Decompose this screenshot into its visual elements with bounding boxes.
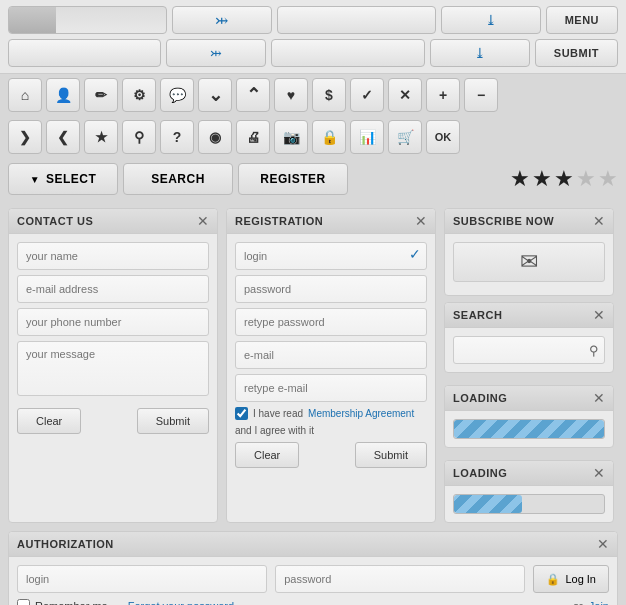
contact-panel-title: CONTACT US [17,215,93,227]
empty-bar [277,6,436,34]
home-icon-btn[interactable]: ⌂ [8,78,42,112]
reg-email-input[interactable] [235,341,427,369]
forgot-password-link[interactable]: Forgot your password [128,600,234,606]
select-button[interactable]: ▼ SELECT [8,163,118,195]
arrow-right-btn[interactable]: ❯ [8,120,42,154]
authorization-panel-header: AUTHORIZATION ✕ [9,532,617,557]
action-row: ▼ SELECT SEARCH REGISTER ★ ★ ★ ★ ★ [0,158,626,200]
main-content: CONTACT US ✕ Clear Submit REGISTRATION ✕… [0,200,626,531]
icon-row-1: ⌂ 👤 ✏ ⚙ 💬 ⌄ ⌃ ♥ $ ✓ ✕ + − [0,74,626,116]
loading-bar-2-inner [454,495,522,513]
gear-icon-btn[interactable]: ⚙ [122,78,156,112]
search-small-close-button[interactable]: ✕ [593,308,605,322]
subscribe-panel-body: ✉ [445,234,613,295]
search-button[interactable]: SEARCH [123,163,233,195]
search-small-input[interactable] [453,336,605,364]
reg-password-input[interactable] [235,275,427,303]
double-chevron-dropdown[interactable]: ⤓ [441,6,541,34]
register-button[interactable]: REGISTER [238,163,348,195]
double-chevron-icon: ⤓ [485,12,497,28]
contact-phone-input[interactable] [17,308,209,336]
chat-icon-btn[interactable]: 💬 [160,78,194,112]
auth-login-input[interactable] [17,565,267,593]
reg-terms-row: I have read Membership Agreement and I a… [235,407,427,436]
contact-clear-button[interactable]: Clear [17,408,81,434]
check-icon-btn[interactable]: ✓ [350,78,384,112]
registration-panel: REGISTRATION ✕ ✓ I have read Membership … [226,208,436,523]
contact-message-input[interactable] [17,341,209,396]
subscribe-close-button[interactable]: ✕ [593,214,605,228]
pencil-icon-btn[interactable]: ✏ [84,78,118,112]
heart-icon-btn[interactable]: ♥ [274,78,308,112]
cart-icon-btn[interactable]: 🛒 [388,120,422,154]
reg-submit-button[interactable]: Submit [355,442,427,468]
search-inside-icon: ⚲ [589,343,599,358]
progress-fill [9,7,56,33]
loading-bar-1-outer [453,419,605,439]
reg-login-row: ✓ [235,242,427,270]
loading-panel-1-close-button[interactable]: ✕ [593,391,605,405]
reg-terms-checkbox[interactable] [235,407,248,420]
chevron-blue-icon: ⤔ [210,45,222,61]
subscribe-panel-title: SUBSCRIBE NOW [453,215,554,227]
select-arrow-icon: ▼ [30,174,40,185]
star-3: ★ [554,166,574,192]
contact-panel-body: Clear Submit [9,234,217,442]
loading-bar-1-inner [454,420,604,438]
search-small-panel-title: SEARCH [453,309,502,321]
remember-me-row: Remember me [17,599,108,605]
chevron-down-icon: ⤔ [215,11,228,30]
question-icon-btn[interactable]: ? [160,120,194,154]
loading-panel-2-close-button[interactable]: ✕ [593,466,605,480]
camera-icon-btn[interactable]: 📷 [274,120,308,154]
lock-icon-btn[interactable]: 🔒 [312,120,346,154]
contact-close-button[interactable]: ✕ [197,214,209,228]
reg-clear-button[interactable]: Clear [235,442,299,468]
plus-icon-btn[interactable]: + [426,78,460,112]
chevron-dropdown-1[interactable]: ⤔ [172,6,272,34]
registration-close-button[interactable]: ✕ [415,214,427,228]
progress-bar [8,6,167,34]
loading-panel-2: LOADING ✕ [444,460,614,523]
submit-button[interactable]: SUBMIT [535,39,618,67]
star-1: ★ [510,166,530,192]
star-rating[interactable]: ★ ★ ★ ★ ★ [510,166,618,192]
terms-suffix: and I agree with it [235,425,314,436]
chevron-up-btn[interactable]: ⌃ [236,78,270,112]
authorization-close-button[interactable]: ✕ [597,537,609,551]
authorization-panel-title: AUTHORIZATION [17,538,114,550]
chart-icon-btn[interactable]: 📊 [350,120,384,154]
auth-remember-row: Remember me Forgot your password or Join [17,599,609,605]
join-link[interactable]: Join [589,600,609,606]
x-icon-btn[interactable]: ✕ [388,78,422,112]
rss-icon-btn[interactable]: ◉ [198,120,232,154]
remember-me-checkbox[interactable] [17,599,30,605]
arrow-left-btn[interactable]: ❮ [46,120,80,154]
star-icon-btn[interactable]: ★ [84,120,118,154]
reg-login-check-icon: ✓ [409,246,421,262]
contact-submit-button[interactable]: Submit [137,408,209,434]
search-small-panel-header: SEARCH ✕ [445,303,613,328]
printer-icon-btn[interactable]: 🖨 [236,120,270,154]
contact-email-input[interactable] [17,275,209,303]
chevron-dropdown-2[interactable]: ⤔ [166,39,266,67]
chevron-down-btn[interactable]: ⌄ [198,78,232,112]
user-icon-btn[interactable]: 👤 [46,78,80,112]
reg-login-input[interactable] [235,242,427,270]
auth-password-input[interactable] [275,565,525,593]
reg-retype-password-input[interactable] [235,308,427,336]
registration-form-actions: Clear Submit [235,442,427,468]
subscribe-icon-box[interactable]: ✉ [453,242,605,282]
contact-name-input[interactable] [17,242,209,270]
ok-icon-btn[interactable]: OK [426,120,460,154]
reg-retype-email-input[interactable] [235,374,427,402]
terms-link[interactable]: Membership Agreement [308,408,414,419]
log-in-button[interactable]: 🔒 Log In [533,565,609,593]
authorization-panel: AUTHORIZATION ✕ 🔒 Log In Remember me For… [8,531,618,605]
magnifier-icon-btn[interactable]: ⚲ [122,120,156,154]
lock-icon: 🔒 [546,573,560,586]
double-chevron-dropdown-2[interactable]: ⤓ [430,39,530,67]
minus-icon-btn[interactable]: − [464,78,498,112]
menu-button[interactable]: MENU [546,6,618,34]
dollar-icon-btn[interactable]: $ [312,78,346,112]
